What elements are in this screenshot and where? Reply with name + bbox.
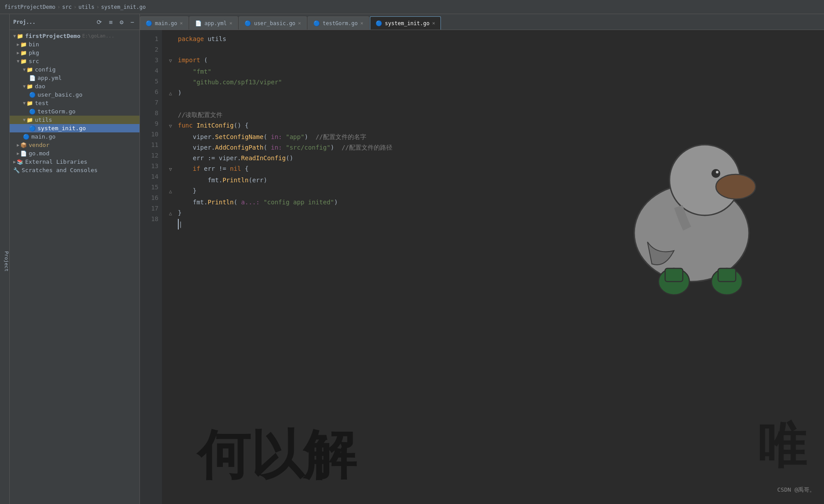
breadcrumb-part-1[interactable]: firstProjectDemo: [4, 4, 56, 10]
src-folder-icon: 📁: [20, 58, 27, 64]
breadcrumb-part-3[interactable]: utils: [79, 4, 94, 10]
go-file-icon-systeminit: 🔵: [29, 125, 36, 132]
code-line-7: [169, 99, 817, 109]
pkg-folder-icon: 📁: [20, 50, 27, 56]
code-line-11: viper. AddConfigPath ( in: "src/config" …: [169, 142, 817, 153]
src-arrow: ▼: [17, 59, 19, 64]
tab-main-go-label: main.go: [155, 20, 177, 26]
project-tab[interactable]: Project: [0, 14, 10, 504]
tabs-bar: 🔵 main.go ✕ 📄 app.yml ✕ 🔵 user_basic.go …: [140, 14, 824, 30]
tab-systeminit-icon: 🔵: [376, 20, 382, 26]
utils-arrow: ▼: [23, 117, 26, 122]
tree-item-scratches[interactable]: 🔧 Scratches and Consoles: [10, 166, 139, 174]
tree-item-vendor[interactable]: ▶ 📦 vendor: [10, 141, 139, 149]
tab-userbasic-label: user_basic.go: [254, 20, 295, 26]
editor-area: 🔵 main.go ✕ 📄 app.yml ✕ 🔵 user_basic.go …: [140, 14, 824, 504]
watermark-text-1: 何以解: [197, 449, 356, 460]
tab-testgorm[interactable]: 🔵 testGorm.go ✕: [308, 16, 369, 30]
dao-label: dao: [35, 83, 45, 90]
tab-testgorm-label: testGorm.go: [323, 20, 357, 26]
tab-appyml[interactable]: 📄 app.yml ✕: [189, 16, 238, 30]
tree-item-pkg[interactable]: ▶ 📁 pkg: [10, 49, 139, 57]
code-line-13: ▽ if err != nil {: [169, 163, 817, 175]
sync-button[interactable]: ⟳: [95, 18, 104, 26]
tree-item-testgorm[interactable]: 🔵 testGorm.go: [10, 107, 139, 116]
sidebar-toolbar: Proj... ⟳ ≡ ⚙ −: [10, 14, 139, 30]
yml-file-icon: 📄: [29, 75, 36, 81]
tab-userbasic-icon: 🔵: [245, 20, 251, 26]
code-line-2: [169, 44, 817, 55]
tree-root[interactable]: ▼ 📁 firstProjectDemo E:\goLan...: [10, 32, 139, 40]
main-label: main.go: [31, 133, 56, 140]
tree-item-dao[interactable]: ▼ 📁 dao: [10, 82, 139, 90]
tree-item-systeminit[interactable]: 🔵 system_init.go: [10, 124, 139, 132]
breadcrumb-part-4[interactable]: system_init.go: [101, 4, 146, 10]
root-path: E:\goLan...: [82, 33, 114, 39]
collapse-button[interactable]: ≡: [107, 18, 114, 26]
tab-testgorm-close[interactable]: ✕: [360, 20, 363, 26]
extlibs-label: External Libraries: [25, 158, 87, 165]
scratches-label: Scratches and Consoles: [22, 167, 98, 173]
src-label: src: [29, 58, 39, 64]
tab-appyml-label: app.yml: [204, 20, 227, 26]
tree-item-appyml[interactable]: 📄 app.yml: [10, 74, 139, 82]
top-breadcrumb-bar: firstProjectDemo › src › utils › system_…: [0, 0, 824, 14]
tree-item-src[interactable]: ▼ 📁 src: [10, 57, 139, 65]
test-label: test: [35, 100, 49, 106]
main-layout: Project Proj... ⟳ ≡ ⚙ − ▼ 📁 firstProject…: [0, 14, 824, 504]
code-line-4: "fmt": [169, 66, 817, 77]
code-line-12: err := viper. ReadInConfig (): [169, 153, 817, 163]
tab-appyml-close[interactable]: ✕: [230, 20, 233, 26]
config-folder-icon: 📁: [26, 67, 33, 73]
tree-item-bin[interactable]: ▶ 📁 bin: [10, 40, 139, 49]
tab-systeminit-close[interactable]: ✕: [432, 20, 435, 26]
tree-item-main[interactable]: 🔵 main.go: [10, 132, 139, 141]
tree-item-gomod[interactable]: ▶ 📄 go.mod: [10, 149, 139, 158]
code-editor[interactable]: package utils ▽ import (: [162, 30, 824, 504]
dao-arrow: ▼: [23, 84, 26, 89]
code-line-9: ▽ func InitConfig () {: [169, 120, 817, 132]
root-folder-icon: 📁: [17, 33, 23, 39]
settings-button[interactable]: ⚙: [118, 18, 125, 26]
code-line-16: fmt. Println ( a...: "config app inited"…: [169, 197, 817, 207]
appyml-label: app.yml: [38, 75, 62, 81]
tree-item-utils[interactable]: ▼ 📁 utils: [10, 116, 139, 124]
root-name: firstProjectDemo: [25, 33, 80, 39]
code-line-8: //读取配置文件: [169, 109, 817, 120]
code-line-15: △ }: [169, 185, 817, 197]
tab-main-go-icon: 🔵: [146, 20, 152, 26]
test-arrow: ▼: [23, 101, 26, 105]
tree-item-test[interactable]: ▼ 📁 test: [10, 99, 139, 107]
code-line-1: package utils: [169, 34, 817, 44]
config-label: config: [35, 66, 56, 73]
breadcrumb: firstProjectDemo › src › utils › system_…: [4, 4, 146, 10]
pkg-label: pkg: [29, 49, 39, 56]
tab-main-go[interactable]: 🔵 main.go ✕: [140, 16, 188, 30]
tree-item-userbasic[interactable]: 🔵 user_basic.go: [10, 90, 139, 99]
tab-systeminit-label: system_init.go: [385, 20, 429, 26]
svg-rect-8: [718, 268, 736, 282]
gutter-9: ▽: [169, 121, 176, 132]
minimize-button[interactable]: −: [129, 18, 136, 26]
code-line-17: △ }: [169, 207, 817, 219]
vendor-arrow: ▶: [17, 143, 19, 147]
svg-point-5: [658, 268, 689, 295]
tab-systeminit[interactable]: 🔵 system_init.go ✕: [370, 16, 441, 30]
svg-point-7: [711, 268, 742, 295]
code-line-3: ▽ import (: [169, 55, 817, 66]
code-line-5: "github.com/spf13/viper": [169, 77, 817, 87]
file-tree: ▼ 📁 firstProjectDemo E:\goLan... ▶ 📁 bin…: [10, 30, 139, 504]
tab-userbasic-close[interactable]: ✕: [298, 20, 301, 26]
gutter-6: △: [169, 88, 176, 99]
breadcrumb-part-2[interactable]: src: [62, 4, 72, 10]
config-arrow: ▼: [23, 67, 26, 72]
vendor-folder-icon: 📦: [20, 142, 27, 148]
tab-userbasic[interactable]: 🔵 user_basic.go ✕: [239, 16, 307, 30]
gomod-label: go.mod: [29, 150, 49, 157]
code-line-6: △ ): [169, 87, 817, 99]
tree-item-config[interactable]: ▼ 📁 config: [10, 65, 139, 74]
tab-main-go-close[interactable]: ✕: [180, 20, 183, 26]
code-line-14: fmt. Println (err): [169, 175, 817, 185]
tree-item-external-libs[interactable]: ▶ 📚 External Libraries: [10, 158, 139, 166]
gutter-3: ▽: [169, 56, 176, 66]
